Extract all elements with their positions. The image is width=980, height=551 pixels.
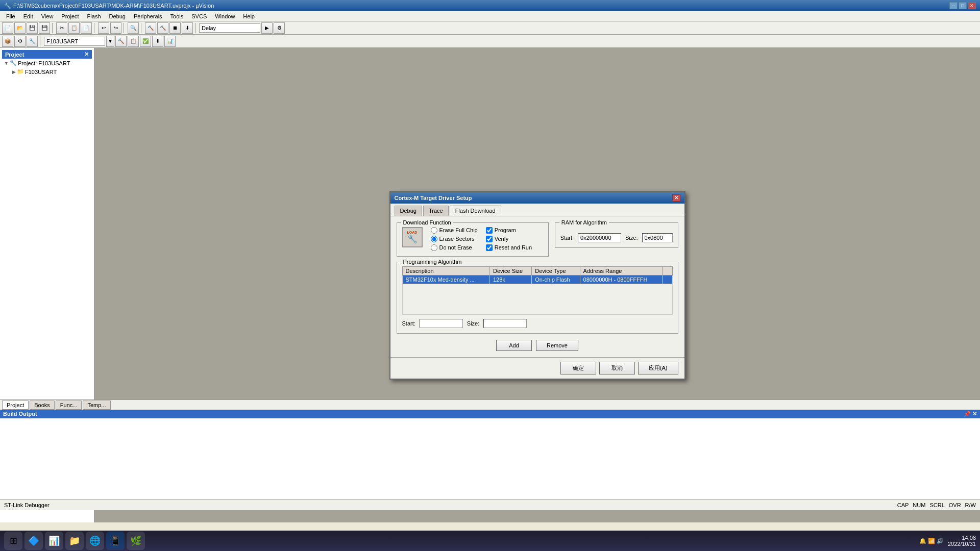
menu-debug[interactable]: Debug [105,12,130,20]
build-button[interactable]: 🔨 [145,22,156,34]
erase-sectors-label: Erase Sectors [439,236,475,242]
program-option[interactable]: Program [486,227,532,234]
reset-run-option[interactable]: Reset and Run [486,244,532,251]
erase-sectors-option[interactable]: Erase Sectors [431,236,478,242]
project-action3[interactable]: ✅ [140,36,151,47]
cell-description: STM32F10x Med-density ... [402,275,489,284]
tab-trace[interactable]: Trace [423,206,449,216]
maximize-button[interactable]: □ [959,2,967,9]
download-button[interactable]: ⬇ [182,22,193,34]
save-all-button[interactable]: 💾 [39,22,50,34]
delay-input[interactable] [199,23,260,33]
menu-peripherals[interactable]: Peripherals [130,12,166,20]
close-button[interactable]: ✕ [968,2,976,9]
erase-full-chip-option[interactable]: Erase Full Chip [431,227,478,234]
project-action5[interactable]: 📊 [164,36,176,47]
undo-button[interactable]: ↩ [98,22,109,34]
add-button[interactable]: Add [496,340,532,351]
project-btn1[interactable]: 📦 [2,36,13,47]
col-device-size: Device Size [489,266,531,275]
start-input[interactable] [578,233,621,242]
col-address-range: Address Range [580,266,662,275]
project-btn3[interactable]: 🔧 [27,36,38,47]
menu-bar: File Edit View Project Flash Debug Perip… [0,11,980,21]
apply-button[interactable]: 应用(A) [638,362,678,374]
erase-sectors-radio[interactable] [431,236,437,242]
taskbar-app-chart[interactable]: 📊 [45,532,63,550]
taskbar-app-green[interactable]: 🌿 [127,532,145,550]
settings-button[interactable]: ⚙ [274,22,285,34]
tab-debug[interactable]: Debug [395,206,422,216]
remove-button[interactable]: Remove [536,340,578,351]
rebuild-button[interactable]: 🔨 [157,22,168,34]
menu-flash[interactable]: Flash [83,12,105,20]
menu-svcs[interactable]: SVCS [187,12,211,20]
title-bar: 🔧 F:\STM32cubemx\Project\F103USART\MDK-A… [0,0,980,11]
minimize-button[interactable]: ─ [949,2,958,9]
taskbar-app-files[interactable]: 📁 [65,532,84,550]
project-action2[interactable]: 📋 [128,36,139,47]
start-label: Start: [560,235,574,241]
menu-help[interactable]: Help [239,12,259,20]
menu-edit[interactable]: Edit [19,12,37,20]
do-not-erase-option[interactable]: Do not Erase [431,244,478,251]
verify-option[interactable]: Verify [486,236,532,242]
bottom-tab-books[interactable]: Books [30,400,55,410]
do-not-erase-radio[interactable] [431,244,437,251]
find-button[interactable]: 🔍 [128,22,139,34]
dialog-close-button[interactable]: ✕ [672,194,680,202]
cancel-button[interactable]: 取消 [599,362,635,374]
sidebar-item-project[interactable]: ▼ 🔧 Project: F103USART [2,59,92,67]
stop-build-button[interactable]: ⏹ [169,22,181,34]
algo-size-input[interactable] [483,319,527,328]
project-action1[interactable]: 🔨 [115,36,127,47]
menu-window[interactable]: Window [211,12,239,20]
sidebar-item-f103usart[interactable]: ▶ 📁 F103USART [2,67,92,76]
paste-button[interactable]: 📄 [81,22,92,34]
bottom-tab-project[interactable]: Project [2,400,29,410]
size-input[interactable] [642,233,673,242]
cell-device-type: On-chip Flash [532,275,580,284]
program-checkbox[interactable] [486,227,493,234]
menu-view[interactable]: View [37,12,58,20]
copy-button[interactable]: 📋 [68,22,80,34]
open-button[interactable]: 📂 [14,22,26,34]
taskbar-time: 14:08 [948,535,976,541]
sep4 [141,23,143,33]
erase-options: Erase Full Chip Erase Sectors [431,227,478,251]
save-button[interactable]: 💾 [27,22,38,34]
run-button[interactable]: ▶ [261,22,273,34]
taskbar-app-search[interactable]: 🔷 [24,532,43,550]
size-label: Size: [625,235,638,241]
ok-button[interactable]: 确定 [560,362,596,374]
project-btn2[interactable]: ⚙ [14,36,26,47]
project-dropdown[interactable] [44,37,105,46]
taskbar-app-mx[interactable]: 📱 [106,532,125,550]
dialog-title-bar: Cortex-M Target Driver Setup ✕ [390,192,684,204]
sep2 [94,23,96,33]
erase-full-chip-radio[interactable] [431,227,437,234]
bottom-tab-func[interactable]: Func... [56,400,82,410]
bottom-tab-temp[interactable]: Temp... [83,400,110,410]
table-row[interactable]: STM32F10x Med-density ... 128k On-chip F… [402,275,672,284]
menu-file[interactable]: File [2,12,19,20]
cut-button[interactable]: ✂ [56,22,67,34]
redo-button[interactable]: ↪ [110,22,121,34]
verify-checkbox[interactable] [486,236,493,242]
dropdown-arrow[interactable]: ▼ [106,36,114,47]
reset-run-checkbox[interactable] [486,244,493,251]
project-action4[interactable]: ⬇ [152,36,163,47]
new-file-button[interactable]: 📄 [2,22,13,34]
taskbar-clock: 14:08 2022/10/31 [948,535,976,547]
tab-flash-download[interactable]: Flash Download [450,206,501,216]
status-ovr: OVR [949,502,961,508]
taskbar-app-browser[interactable]: 🌐 [86,532,104,550]
ram-algorithm-title: RAM for Algorithm [559,219,609,226]
algo-start-input[interactable] [420,319,463,328]
tab-bar: Debug Trace Flash Download [390,204,684,216]
menu-project[interactable]: Project [57,12,83,20]
status-left: ST-Link Debugger [4,502,50,508]
menu-tools[interactable]: Tools [166,12,188,20]
taskbar-start-button[interactable]: ⊞ [4,532,22,550]
taskbar-icons: 🔔 📶 🔊 [919,538,944,544]
